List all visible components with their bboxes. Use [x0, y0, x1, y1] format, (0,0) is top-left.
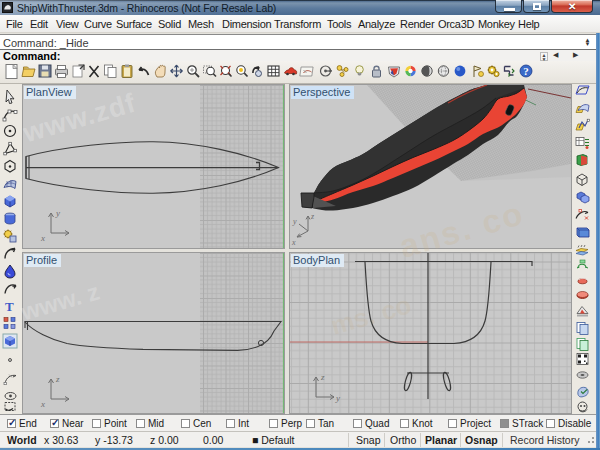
svg-text:y: y [55, 208, 60, 218]
svg-text:z: z [55, 374, 60, 384]
svg-text:x: x [40, 399, 45, 409]
svg-text:y: y [335, 393, 340, 403]
svg-text:T: T [5, 299, 14, 314]
svg-text:x: x [291, 238, 296, 247]
svg-text:?: ? [523, 65, 529, 77]
svg-text:z: z [320, 372, 325, 382]
svg-text:x: x [40, 233, 45, 243]
svg-text:y: y [292, 217, 297, 226]
svg-text:z: z [310, 212, 315, 221]
